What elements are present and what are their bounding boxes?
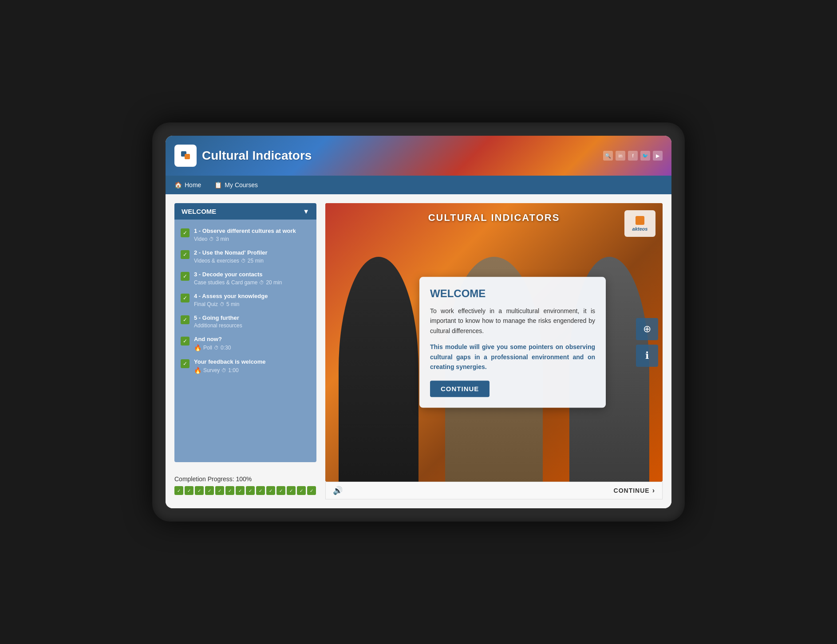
item-title-6: And now? (194, 336, 310, 343)
item-time-1: 3 min (216, 236, 229, 242)
item-type-2: Videos & exercises (194, 258, 239, 264)
nav-courses-label: My Courses (225, 181, 258, 188)
welcome-overlay: WELCOME To work effectively in a multicu… (419, 277, 606, 408)
item-content-2: 2 - Use the Nomad' Profiler Videos & exe… (194, 249, 310, 264)
welcome-card-emphasis: This module will give you some pointers … (430, 342, 595, 372)
item-subtitle-4: Final Quiz ⏱ 5 min (194, 301, 310, 307)
sidebar-dropdown-icon[interactable]: ▼ (303, 208, 309, 215)
progress-segment-5: ✓ (225, 486, 234, 495)
clock-icon-2: ⏱ (241, 258, 246, 263)
nav-my-courses[interactable]: 📋 My Courses (214, 181, 258, 188)
progress-bar: ✓✓✓✓✓✓✓✓✓✓✓✓✓✓ (174, 486, 316, 495)
check-icon-7: ✓ (181, 359, 190, 368)
item-type-5: Additional resources (194, 322, 242, 329)
item-type-6: Poll (203, 345, 212, 351)
sidebar-item-3[interactable]: ✓ 3 - Decode your contacts Case studies … (174, 267, 316, 289)
item-content-6: And now? 🔥 Poll ⏱ 0:30 (194, 336, 310, 351)
sidebar-item-5[interactable]: ✓ 5 - Going further Additional resources (174, 311, 316, 333)
video-controls-bar: 🔊 CONTINUE › (325, 482, 663, 499)
progress-segment-10: ✓ (276, 486, 285, 495)
logo-area: Cultural Indicators (174, 145, 312, 167)
continue-nav-label: CONTINUE (614, 487, 650, 494)
clock-icon-7: ⏱ (221, 368, 226, 373)
item-title-5: 5 - Going further (194, 314, 310, 322)
progress-segment-4: ✓ (215, 486, 224, 495)
courses-icon: 📋 (214, 181, 222, 188)
sidebar-item-6[interactable]: ✓ And now? 🔥 Poll ⏱ 0:30 (174, 332, 316, 355)
navbar: 🏠 Home 📋 My Courses (166, 176, 671, 194)
nav-home-label: Home (185, 181, 201, 188)
sidebar-item-1[interactable]: ✓ 1 - Observe different cultures at work… (174, 224, 316, 246)
progress-segment-1: ✓ (185, 486, 193, 495)
sidebar-item-7[interactable]: ✓ Your feedback is welcome 🔥 Survey ⏱ 1:… (174, 355, 316, 377)
item-time-4: 5 min (226, 301, 239, 307)
check-icon-4: ✓ (181, 294, 190, 302)
progress-section: Completion Progress: 100% ✓✓✓✓✓✓✓✓✓✓✓✓✓✓ (174, 471, 316, 499)
check-icon-5: ✓ (181, 315, 190, 324)
facebook-icon[interactable]: f (628, 151, 638, 161)
info-icon[interactable]: ℹ (636, 345, 658, 367)
progress-segment-2: ✓ (195, 486, 204, 495)
progress-label: Completion Progress: 100% (174, 475, 316, 483)
logo-icon (174, 145, 197, 167)
target-icon[interactable]: ⊕ (636, 318, 658, 340)
item-subtitle-6: 🔥 Poll ⏱ 0:30 (194, 344, 310, 351)
fire-icon-6: 🔥 (194, 344, 201, 351)
item-title-2: 2 - Use the Nomad' Profiler (194, 249, 310, 257)
social-icons-bar: 🔍 in f 🐦 ▶ (603, 151, 663, 161)
continue-nav-button[interactable]: CONTINUE › (614, 487, 655, 495)
video-side-icons: ⊕ ℹ (632, 314, 663, 371)
item-subtitle-5: Additional resources (194, 322, 310, 329)
akteos-logo-text: akteos (632, 226, 648, 232)
check-icon-1: ✓ (181, 228, 190, 237)
akteos-logo-overlay: akteos (624, 210, 655, 237)
sidebar-item-2[interactable]: ✓ 2 - Use the Nomad' Profiler Videos & e… (174, 246, 316, 267)
akteos-orange-square (636, 216, 644, 225)
item-type-4: Final Quiz (194, 301, 218, 307)
item-type-7: Survey (203, 367, 220, 373)
item-time-2: 25 min (248, 258, 264, 264)
welcome-continue-button[interactable]: CONTINUE (430, 381, 490, 397)
progress-segment-3: ✓ (205, 486, 214, 495)
item-title-4: 4 - Assess your knowledge (194, 293, 310, 300)
fire-icon-7: 🔥 (194, 367, 201, 374)
item-subtitle-1: Video ⏱ 3 min (194, 236, 310, 242)
progress-segment-0: ✓ (174, 486, 183, 495)
progress-segment-6: ✓ (236, 486, 245, 495)
check-icon-6: ✓ (181, 337, 190, 346)
nav-home[interactable]: 🏠 Home (174, 181, 201, 188)
tablet-screen: Cultural Indicators 🔍 in f 🐦 ▶ 🏠 Home 📋 … (166, 136, 671, 508)
sidebar-header: WELCOME ▼ (174, 203, 316, 220)
twitter-icon[interactable]: 🐦 (640, 151, 650, 161)
app-header: Cultural Indicators 🔍 in f 🐦 ▶ (166, 136, 671, 176)
item-time-6: 0:30 (221, 345, 231, 351)
clock-icon-4: ⏱ (220, 302, 225, 307)
progress-segment-7: ✓ (246, 486, 255, 495)
item-time-3: 20 min (266, 279, 282, 286)
chevron-right-icon: › (652, 487, 655, 495)
right-panel: CULTURAL INDICATORS akteos ⊕ ℹ WELCOME (325, 203, 663, 499)
item-type-3: Case studies & Card game (194, 279, 257, 286)
progress-segment-8: ✓ (256, 486, 265, 495)
check-icon-3: ✓ (181, 272, 190, 281)
person-1 (339, 257, 418, 482)
svg-rect-2 (185, 154, 190, 159)
progress-segment-13: ✓ (307, 486, 316, 495)
search-icon[interactable]: 🔍 (603, 151, 613, 161)
sidebar-body: ✓ 1 - Observe different cultures at work… (174, 220, 316, 462)
app-title: Cultural Indicators (202, 149, 312, 163)
youtube-icon[interactable]: ▶ (653, 151, 663, 161)
linkedin-icon[interactable]: in (616, 151, 625, 161)
video-title-overlay: CULTURAL INDICATORS (325, 212, 663, 224)
home-icon: 🏠 (174, 181, 182, 188)
sidebar-item-4[interactable]: ✓ 4 - Assess your knowledge Final Quiz ⏱… (174, 289, 316, 311)
progress-segment-12: ✓ (297, 486, 306, 495)
item-title-7: Your feedback is welcome (194, 358, 310, 366)
progress-segment-11: ✓ (287, 486, 296, 495)
item-content-3: 3 - Decode your contacts Case studies & … (194, 271, 310, 286)
item-content-1: 1 - Observe different cultures at work V… (194, 228, 310, 242)
volume-icon[interactable]: 🔊 (333, 486, 343, 495)
item-subtitle-3: Case studies & Card game ⏱ 20 min (194, 279, 310, 286)
progress-segment-9: ✓ (266, 486, 275, 495)
clock-icon-6: ⏱ (214, 345, 219, 350)
